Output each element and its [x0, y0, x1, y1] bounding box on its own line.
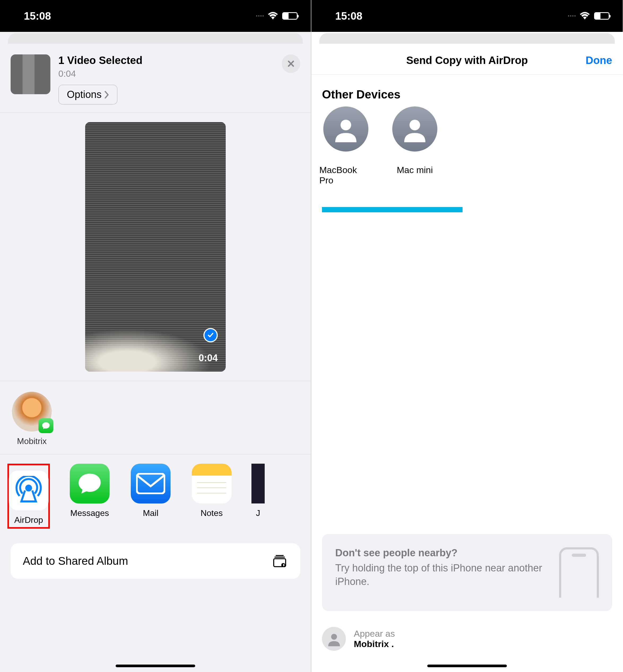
wifi-icon [267, 12, 278, 20]
selected-thumbnail [10, 54, 50, 94]
contact-avatar [12, 392, 52, 431]
home-indicator[interactable] [427, 665, 507, 667]
devices-row: MacBook Pro Mac mini [312, 106, 623, 186]
share-sheet-phone: 15:08 1 Video Selected 0:04 Options [0, 0, 312, 672]
status-time: 15:08 [24, 10, 51, 22]
phone-illustration-icon [559, 547, 599, 598]
contact-name: Mobitrix [17, 436, 47, 446]
shared-album-icon [272, 554, 288, 568]
airdrop-nav: Send Copy with AirDrop Done [312, 44, 623, 75]
chevron-right-icon [104, 91, 109, 99]
airdrop-sheet: Send Copy with AirDrop Done Other Device… [312, 44, 623, 672]
status-bar: 15:08 [312, 0, 623, 32]
share-title: 1 Video Selected [58, 54, 274, 66]
app-messages[interactable]: Messages [68, 464, 111, 529]
app-mail[interactable]: Mail [129, 464, 172, 529]
svg-point-6 [331, 634, 337, 640]
close-button[interactable] [281, 54, 300, 73]
app-airdrop[interactable]: AirDrop [7, 464, 50, 529]
status-icons [256, 12, 298, 20]
status-time: 15:08 [335, 10, 362, 22]
contact-item[interactable]: Mobitrix [10, 392, 53, 446]
messages-icon [70, 464, 110, 503]
share-header: 1 Video Selected 0:04 Options [0, 44, 311, 113]
appear-as-row[interactable]: Appear as Mobitrix . [322, 627, 612, 651]
airdrop-title: Send Copy with AirDrop [312, 54, 623, 66]
person-icon [322, 627, 346, 651]
app-icon [251, 464, 265, 503]
hint-title: Don't see people nearby? [335, 547, 548, 559]
device-item[interactable]: MacBook Pro [319, 106, 373, 186]
device-name: Mac mini [397, 165, 433, 175]
section-other-devices: Other Devices [312, 75, 623, 106]
video-preview[interactable]: 0:04 [85, 122, 226, 371]
wifi-icon [579, 12, 590, 20]
action-add-shared-album[interactable]: Add to Shared Album [10, 543, 300, 579]
nearby-hint-card: Don't see people nearby? Try holding the… [322, 534, 612, 611]
status-icons [568, 12, 610, 20]
home-indicator[interactable] [116, 665, 195, 667]
share-duration: 0:04 [58, 68, 274, 79]
status-bar: 15:08 [0, 0, 311, 32]
app-notes[interactable]: Notes [190, 464, 233, 529]
device-name: MacBook Pro [319, 165, 373, 186]
device-item[interactable]: Mac mini [388, 106, 441, 186]
battery-icon [282, 12, 298, 20]
appear-as-name: Mobitrix . [354, 639, 395, 649]
person-icon [323, 106, 368, 151]
svg-point-0 [26, 486, 31, 491]
person-icon [392, 106, 437, 151]
share-apps-row: AirDrop Messages Mail Notes J [0, 454, 311, 535]
battery-icon [594, 12, 610, 20]
suggested-contacts-row: Mobitrix [0, 381, 311, 454]
preview-section: 0:04 [0, 113, 311, 381]
svg-point-5 [410, 120, 420, 130]
mail-icon [131, 464, 171, 503]
done-button[interactable]: Done [586, 54, 612, 66]
share-sheet: 1 Video Selected 0:04 Options 0:04 [0, 44, 311, 672]
svg-point-4 [340, 120, 351, 130]
svg-rect-1 [137, 474, 165, 494]
airdrop-phone: 15:08 Send Copy with AirDrop Done Other … [312, 0, 623, 672]
appear-as-label: Appear as [354, 628, 395, 639]
airdrop-icon [9, 471, 49, 510]
selection-highlight [322, 207, 463, 212]
hint-body: Try holding the top of this iPhone near … [335, 561, 548, 589]
notes-icon [192, 464, 232, 503]
selection-check-icon [203, 328, 218, 342]
video-duration: 0:04 [199, 353, 218, 364]
options-button[interactable]: Options [58, 85, 118, 105]
app-extra[interactable]: J [251, 464, 265, 529]
messages-badge-icon [38, 418, 53, 433]
